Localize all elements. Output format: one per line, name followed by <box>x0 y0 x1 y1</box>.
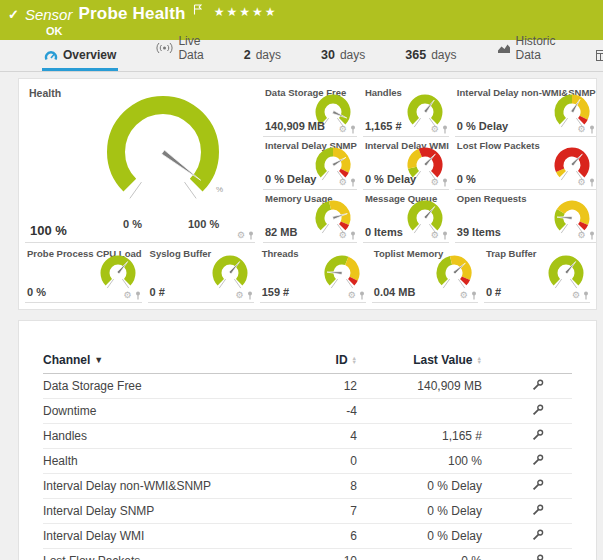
tab-label: Historic Data <box>516 34 556 62</box>
gauge-settings-gear-icon[interactable]: ⚙ <box>431 178 439 187</box>
gauge-tile-lost-flow-packets: Lost Flow Packets0 %⚙ <box>455 137 596 190</box>
column-label: ID <box>336 353 348 367</box>
channel-settings-icon[interactable] <box>532 404 544 416</box>
gauge-settings-gear-icon[interactable]: ⚙ <box>431 125 439 134</box>
pin-icon[interactable] <box>589 178 595 187</box>
gauge-settings-gear-icon[interactable]: ⚙ <box>339 231 347 240</box>
channel-id: 8 <box>297 479 357 493</box>
status-ok-check-icon: ✓ <box>8 7 19 22</box>
channel-last-value: 0 % Delay <box>357 529 482 543</box>
tab-log[interactable]: Log <box>594 44 603 71</box>
gauge-tile-open-requests: Open Requests39 Items⚙ <box>455 190 596 243</box>
channel-name: Data Storage Free <box>43 379 297 393</box>
gauge-value: 1,165 # <box>365 120 402 132</box>
gauge-dial: % <box>85 88 241 208</box>
tile-actions: ⚙ <box>237 231 254 240</box>
tile-actions: ⚙ <box>339 125 356 134</box>
gauge-settings-gear-icon[interactable]: ⚙ <box>460 291 468 300</box>
page-title: Probe Health <box>78 4 185 24</box>
gauge-value: 0 % Delay <box>365 173 416 185</box>
pin-icon[interactable] <box>350 178 356 187</box>
column-header-channel[interactable]: Channel▼ <box>43 353 297 367</box>
gauge-value: 0 % <box>27 286 46 298</box>
mini-gauge <box>96 252 140 296</box>
gauge-settings-gear-icon[interactable]: ⚙ <box>339 178 347 187</box>
channel-settings-icon[interactable] <box>532 454 544 466</box>
channel-settings-icon[interactable] <box>532 529 544 541</box>
pin-icon[interactable] <box>442 178 448 187</box>
channel-settings-icon[interactable] <box>532 504 544 516</box>
tab-365-days[interactable]: 365days <box>403 44 458 71</box>
channel-settings-icon[interactable] <box>532 479 544 491</box>
pin-icon[interactable] <box>471 291 477 300</box>
channel-name: Downtime <box>43 404 297 418</box>
pin-icon[interactable] <box>247 291 253 300</box>
column-label: Last Value <box>413 353 472 367</box>
gauge-tile-probe-process-cpu-load: Probe Process CPU Load0 %⚙ <box>25 245 142 303</box>
pin-icon[interactable] <box>359 291 365 300</box>
tab-overview[interactable]: Overview <box>42 44 118 71</box>
gauge-settings-gear-icon[interactable]: ⚙ <box>578 125 586 134</box>
priority-stars[interactable]: ★★★★★ <box>214 5 278 19</box>
channel-row-downtime[interactable]: Downtime-4 <box>43 399 572 424</box>
object-kind-label: Sensor <box>25 6 73 23</box>
channel-actions <box>482 504 572 519</box>
pin-icon[interactable] <box>248 231 254 240</box>
sort-icon: ▲▼ <box>477 356 482 365</box>
pin-icon[interactable] <box>589 231 595 240</box>
pin-icon[interactable] <box>350 125 356 134</box>
favorite-flag-icon[interactable] <box>193 1 202 19</box>
column-header-last-value[interactable]: Last Value▲▼ <box>357 353 482 367</box>
pin-icon[interactable] <box>442 231 448 240</box>
mini-gauge <box>208 252 252 296</box>
historic-data-icon <box>497 43 511 54</box>
channel-row-interval-delay-wmi[interactable]: Interval Delay WMI60 % Delay <box>43 524 572 549</box>
gauge-tile-trap-buffer: Trap Buffer0 #⚙ <box>484 245 590 303</box>
tab-30-days[interactable]: 30days <box>319 44 367 71</box>
gauge-settings-gear-icon[interactable]: ⚙ <box>236 291 244 300</box>
channel-row-lost-flow-packets[interactable]: Lost Flow Packets100 % <box>43 549 572 560</box>
gauge-tile-threads: Threads159 #⚙ <box>260 245 366 303</box>
channel-row-interval-delay-snmp[interactable]: Interval Delay SNMP70 % Delay <box>43 499 572 524</box>
tab-live-data[interactable]: Live Data <box>154 30 205 71</box>
gauge-settings-gear-icon[interactable]: ⚙ <box>123 291 131 300</box>
tab-2-days[interactable]: 2days <box>242 44 283 71</box>
pin-icon[interactable] <box>583 291 589 300</box>
tab-label: days <box>340 48 365 62</box>
gauge-settings-gear-icon[interactable]: ⚙ <box>431 231 439 240</box>
gauge-tile-toplist-memory: Toplist Memory0.04 MB⚙ <box>372 245 478 303</box>
channel-row-health[interactable]: Health0100 % <box>43 449 572 474</box>
channel-row-interval-delay-non-wmi-snmp[interactable]: Interval Delay non-WMI&SNMP80 % Delay <box>43 474 572 499</box>
tab-label: days <box>256 48 281 62</box>
tab-label: Live Data <box>178 34 203 62</box>
gauge-scale-min: 0 % <box>123 218 142 230</box>
channel-settings-icon[interactable] <box>532 429 544 441</box>
channel-id: 0 <box>297 454 357 468</box>
tile-actions: ⚙ <box>578 125 595 134</box>
tab-number: 30 <box>321 48 335 62</box>
channel-settings-icon[interactable] <box>532 379 544 391</box>
pin-icon[interactable] <box>350 231 356 240</box>
channel-row-data-storage-free[interactable]: Data Storage Free12140,909 MB <box>43 374 572 399</box>
gauge-settings-gear-icon[interactable]: ⚙ <box>348 291 356 300</box>
tile-actions: ⚙ <box>236 291 253 300</box>
gauge-settings-gear-icon[interactable]: ⚙ <box>578 231 586 240</box>
gauge-settings-gear-icon[interactable]: ⚙ <box>572 291 580 300</box>
gauge-settings-gear-icon[interactable]: ⚙ <box>578 178 586 187</box>
tab-historic-data[interactable]: Historic Data <box>495 30 558 71</box>
column-header-id[interactable]: ID▲▼ <box>297 353 357 367</box>
channel-last-value: 100 % <box>357 454 482 468</box>
gauge-settings-gear-icon[interactable]: ⚙ <box>237 231 245 240</box>
channel-name: Interval Delay WMI <box>43 529 297 543</box>
pin-icon[interactable] <box>442 125 448 134</box>
channel-row-handles[interactable]: Handles41,165 # <box>43 424 572 449</box>
gauge-value: 0 % Delay <box>457 120 508 132</box>
tab-number: 2 <box>244 48 251 62</box>
tile-actions: ⚙ <box>572 291 589 300</box>
pin-icon[interactable] <box>589 125 595 134</box>
gauge-value: 0 # <box>486 286 501 298</box>
gauge-settings-gear-icon[interactable]: ⚙ <box>339 125 347 134</box>
channel-settings-icon[interactable] <box>532 554 544 560</box>
pin-icon[interactable] <box>135 291 141 300</box>
channel-actions <box>482 379 572 394</box>
